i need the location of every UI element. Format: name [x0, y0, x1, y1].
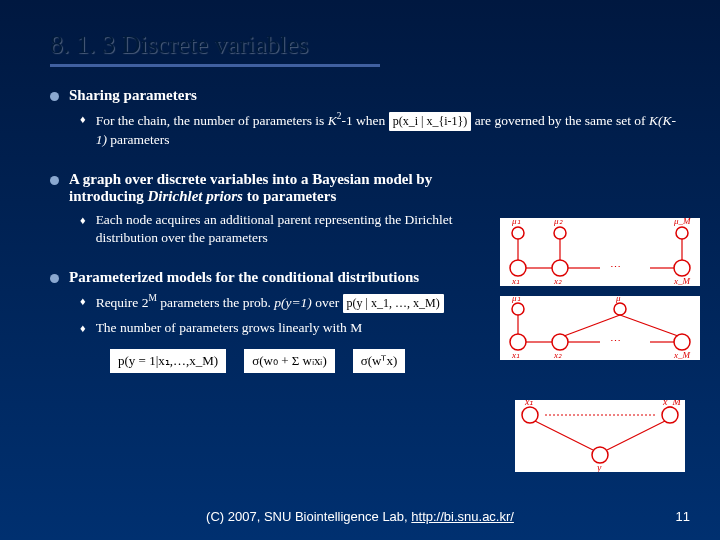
bullet-sharing: Sharing parameters — [50, 87, 680, 104]
diamond-icon: ♦ — [80, 321, 86, 336]
sub-bullet: ♦ Each node acquires an additional paren… — [80, 211, 500, 247]
svg-point-27 — [522, 407, 538, 423]
diagram-chain-mu: μ₁μ₂μ_M x₁x₂x_M ⋯ — [500, 218, 700, 286]
formula-1: p(y = 1|x₁,…,x_M) — [110, 349, 226, 373]
svg-text:μ₁μ₂μ_M
      x₁x₂x_M: μ₁μ₂μ_M x₁x₂x_M — [511, 218, 693, 286]
svg-point-29 — [592, 447, 608, 463]
bullet-bayesian: A graph over discrete variables into a B… — [50, 171, 470, 205]
svg-line-31 — [607, 421, 665, 450]
page-number: 11 — [676, 509, 690, 524]
bullet-marker-icon — [50, 274, 59, 283]
svg-point-3 — [510, 260, 526, 276]
svg-text:⋯: ⋯ — [610, 261, 621, 273]
svg-point-28 — [662, 407, 678, 423]
svg-point-1 — [554, 227, 566, 239]
bullet-label: Sharing parameters — [69, 87, 197, 104]
slide-title: 8. 1. 3 Discrete variables — [50, 30, 680, 60]
svg-point-2 — [676, 227, 688, 239]
formula-3: σ(wᵀx) — [353, 349, 406, 373]
svg-text:⋯: ⋯ — [610, 335, 621, 347]
svg-point-4 — [552, 260, 568, 276]
svg-point-15 — [614, 303, 626, 315]
svg-point-16 — [510, 334, 526, 350]
title-underline — [50, 64, 380, 67]
svg-point-17 — [552, 334, 568, 350]
sub-bullet: ♦ For the chain, the number of parameter… — [80, 110, 680, 149]
diagram-chain-shared: μ₁μ x₁x₂x_M ⋯ — [500, 296, 700, 360]
svg-line-21 — [620, 315, 678, 336]
diamond-icon: ♦ — [80, 294, 86, 309]
sub-text: The number of parameters grows linearly … — [96, 319, 363, 337]
formula-2: σ(w₀ + Σ wᵢxᵢ) — [244, 349, 335, 373]
footer-text: (C) 2007, SNU Biointelligence Lab, — [206, 509, 411, 524]
sub-text: Each node acquires an additional parent … — [96, 211, 500, 247]
diagram-y-parents: x₁x_My — [515, 400, 685, 472]
bullet-label: A graph over discrete variables into a B… — [69, 171, 470, 205]
diamond-icon: ♦ — [80, 213, 86, 228]
svg-line-20 — [564, 315, 620, 336]
svg-point-14 — [512, 303, 524, 315]
svg-line-30 — [535, 421, 593, 450]
svg-text:μ₁μ
      x₁x₂x_M: μ₁μ x₁x₂x_M — [511, 296, 690, 360]
svg-point-5 — [674, 260, 690, 276]
footer-link[interactable]: http://bi.snu.ac.kr/ — [411, 509, 514, 524]
svg-point-18 — [674, 334, 690, 350]
bullet-label: Parameterized models for the conditional… — [69, 269, 419, 286]
svg-point-0 — [512, 227, 524, 239]
sub-text: For the chain, the number of parameters … — [96, 110, 680, 149]
bullet-marker-icon — [50, 176, 59, 185]
bullet-marker-icon — [50, 92, 59, 101]
sub-text: Require 2M parameters the prob. p(y=1) o… — [96, 292, 444, 313]
diamond-icon: ♦ — [80, 112, 86, 127]
footer: (C) 2007, SNU Biointelligence Lab, http:… — [0, 509, 720, 524]
